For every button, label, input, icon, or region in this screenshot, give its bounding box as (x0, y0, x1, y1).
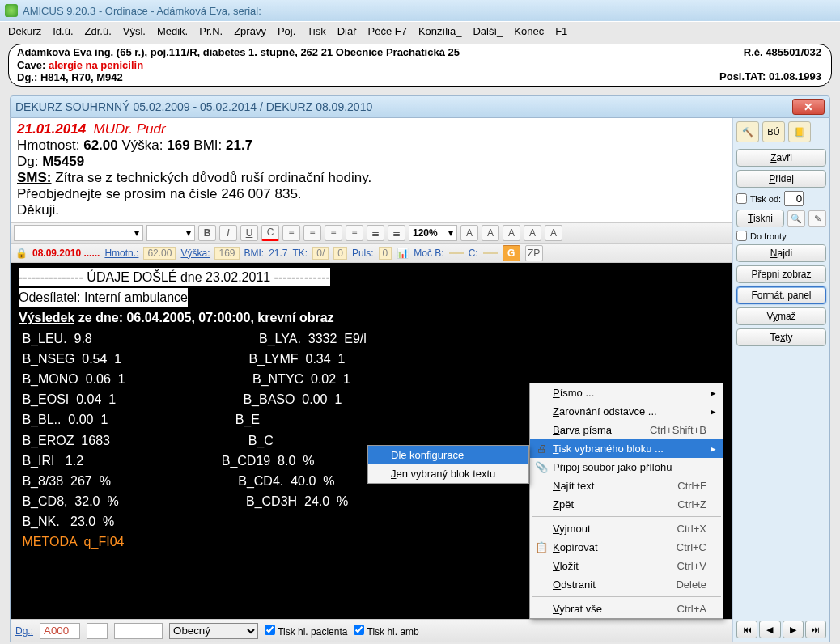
ctx-icon: 📋 (535, 541, 548, 554)
type-select[interactable]: Obecný (169, 623, 258, 639)
page-first[interactable]: ⏮ (736, 621, 757, 638)
align-center-button[interactable]: ≡ (303, 225, 321, 241)
close-button[interactable]: ✕ (792, 99, 825, 115)
font-color-button[interactable]: C (261, 225, 279, 241)
window-title: AMICUS 9.20.3 - Ordinace - Adámková Eva,… (23, 5, 261, 17)
menu-item[interactable]: Péče F7 (368, 25, 407, 37)
preview-icon[interactable]: 🔍 (787, 210, 805, 227)
menu-item[interactable]: Konzília_ (418, 25, 461, 37)
texty-button[interactable]: Texty (736, 328, 826, 346)
dg-input[interactable] (40, 623, 80, 639)
format-panel-button[interactable]: Formát. panel (736, 286, 826, 304)
g-button[interactable]: G (503, 245, 520, 261)
ctx-item[interactable]: Písmo ... (530, 383, 723, 402)
page-last[interactable]: ⏭ (805, 621, 826, 638)
ctx-item[interactable]: VyjmoutCtrl+X (530, 519, 723, 538)
ctx-item[interactable]: Najít textCtrl+F (530, 477, 723, 495)
tiskod-check[interactable] (736, 193, 747, 204)
vyska-label: Výška: (121, 138, 167, 153)
ac1-button[interactable]: A (460, 225, 478, 241)
align-right-button[interactable]: ≡ (325, 225, 342, 241)
ac3-button[interactable]: A (503, 225, 520, 241)
bold-button[interactable]: B (198, 225, 216, 241)
bottom-dg-label: Dg.: (15, 625, 33, 637)
ctx-item[interactable]: Jen vybraný blok textu (368, 464, 528, 483)
vymaz-button[interactable]: Vymaž (736, 307, 826, 325)
ctx-item[interactable]: Zarovnání odstavce ... (530, 402, 723, 421)
bu-button[interactable]: BÚ (762, 121, 785, 142)
zavri-button[interactable]: Zavři (736, 149, 826, 167)
ctx-item[interactable]: Vybrat všeCtrl+A (530, 600, 723, 618)
menu-item[interactable]: Id.ú. (53, 25, 73, 37)
context-submenu[interactable]: Dle konfiguraceJen vybraný blok textu (367, 445, 529, 484)
context-menu[interactable]: Písmo ...Zarovnání odstavce ...Barva pís… (529, 383, 723, 619)
font-size-select[interactable] (146, 225, 195, 241)
ac5-button[interactable]: A (545, 225, 562, 241)
book-icon[interactable]: 📒 (788, 121, 811, 142)
dofronty-check[interactable] (736, 231, 747, 241)
dofronty-label: Do fronty (750, 231, 787, 241)
menu-item[interactable]: Pr.N. (199, 25, 223, 37)
tiskni-button[interactable]: Tiskni (736, 210, 784, 227)
ctx-item[interactable]: OdstranitDelete (530, 575, 723, 594)
puls-v[interactable]: 0 (379, 247, 392, 260)
chart-icon[interactable]: 📊 (397, 248, 409, 259)
rc: R.č. 485501/032 (719, 46, 821, 59)
list2-button[interactable]: ≣ (388, 225, 405, 241)
menu-bar[interactable]: DekurzId.ú.Zdr.ú.Výsl.Medik.Pr.N.ZprávyP… (0, 21, 840, 40)
ctx-item[interactable]: 🖨Tisk vybraného bloku ... (530, 439, 723, 458)
menu-item[interactable]: Medik. (157, 25, 188, 37)
zoom-select[interactable]: 120% (409, 225, 457, 241)
tk-v2[interactable]: 0 (333, 247, 347, 260)
tk-v1[interactable]: 0/ (312, 247, 329, 260)
entry-info-row: 🔒 08.09.2010 ...... Hmotn.: 62.00 Výška:… (11, 244, 732, 263)
font-family-select[interactable] (14, 225, 143, 241)
ac2-button[interactable]: A (482, 225, 499, 241)
zp-button[interactable]: ZP (525, 245, 543, 261)
prepni-button[interactable]: Přepni zobraz (736, 265, 826, 283)
vyska-v[interactable]: 169 (214, 247, 239, 260)
patient-header: Adámková Eva ing. (65 r.), poj.111/R, di… (8, 44, 832, 87)
align-left-button[interactable]: ≡ (282, 225, 300, 241)
format-toolbar[interactable]: B I U C ≡ ≡ ≡ ≡ ≣ ≣ 120% A A A A A (11, 222, 732, 244)
dg-input2[interactable] (87, 623, 108, 639)
ctx-item[interactable]: Barva písmaCtrl+Shift+B (530, 421, 723, 439)
menu-item[interactable]: Diář (337, 25, 357, 37)
app-icon (5, 4, 18, 17)
ac4-button[interactable]: A (524, 225, 541, 241)
list-button[interactable]: ≣ (367, 225, 384, 241)
ctx-item[interactable]: Dle konfigurace (368, 446, 528, 464)
posl-tat: Posl.TAT: 01.08.1993 (719, 70, 821, 83)
italic-button[interactable]: I (219, 225, 237, 241)
bottom-bar: Dg.: Obecný Tisk hl. pacienta Tisk hl. a… (11, 619, 732, 642)
page-next[interactable]: ▶ (783, 621, 804, 638)
menu-item[interactable]: Tisk (307, 25, 325, 37)
menu-item[interactable]: Zdr.ú. (85, 25, 112, 37)
menu-item[interactable]: Další_ (473, 25, 503, 37)
menu-item[interactable]: Konec (514, 25, 544, 37)
tool-icon[interactable]: 🔨 (736, 121, 759, 142)
edit-icon[interactable]: ✎ (808, 210, 826, 227)
menu-item[interactable]: F1 (555, 25, 567, 37)
chk-amb[interactable]: Tisk hl. amb (354, 625, 418, 638)
ctx-item[interactable]: ZpětCtrl+Z (530, 495, 723, 514)
c-v[interactable] (483, 252, 498, 254)
najdi-button[interactable]: Najdi (736, 244, 826, 262)
entry-date-tab[interactable]: 08.09.2010 ...... (32, 248, 100, 259)
ctx-item[interactable]: 📋KopírovatCtrl+C (530, 538, 723, 557)
dg-input3[interactable] (114, 623, 163, 639)
pridej-button[interactable]: Přidej (736, 170, 826, 188)
ctx-item[interactable]: VložitCtrl+V (530, 557, 723, 575)
hmotn-v[interactable]: 62.00 (143, 247, 176, 260)
menu-item[interactable]: Dekurz (8, 25, 41, 37)
underline-button[interactable]: U (240, 225, 258, 241)
tiskod-input[interactable] (784, 191, 804, 206)
menu-item[interactable]: Zprávy (234, 25, 266, 37)
ctx-item[interactable]: 📎Připoj soubor jako přílohu (530, 458, 723, 477)
chk-pacienta[interactable]: Tisk hl. pacienta (265, 625, 347, 638)
page-prev[interactable]: ◀ (759, 621, 780, 638)
menu-item[interactable]: Výsl. (123, 25, 146, 37)
menu-item[interactable]: Poj. (278, 25, 295, 37)
moc-v[interactable] (449, 252, 464, 254)
align-justify-button[interactable]: ≡ (346, 225, 363, 241)
